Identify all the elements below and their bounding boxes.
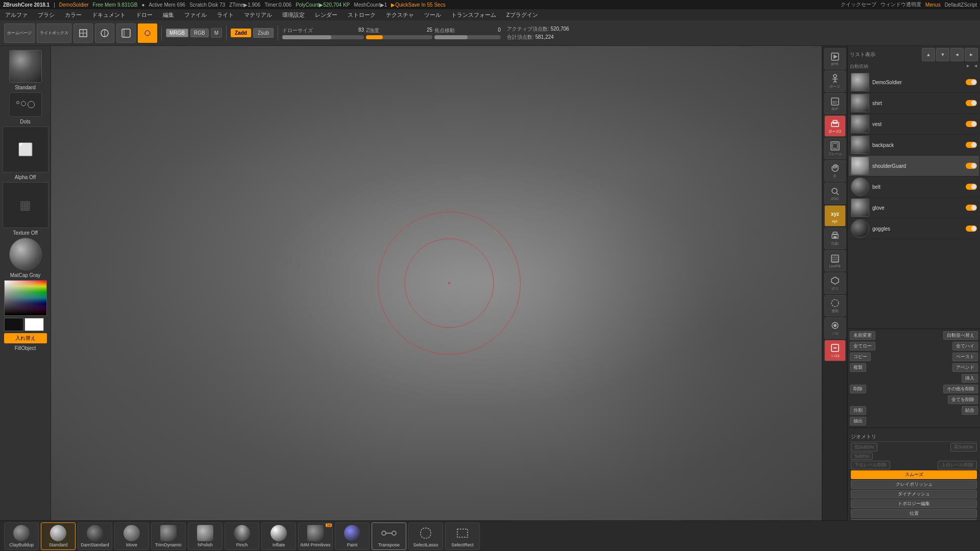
default-script[interactable]: DefaultZScript: [945, 2, 977, 8]
menu-brush[interactable]: ブラシ: [36, 10, 57, 20]
subtool-arrow-up[interactable]: ▲: [922, 48, 935, 61]
menu-draw[interactable]: ドロー: [134, 10, 155, 20]
icon-pose2[interactable]: ポーズ2: [824, 115, 846, 137]
alpha-box[interactable]: ⬜: [3, 127, 48, 172]
smooth-btn[interactable]: スムーズ: [851, 470, 977, 479]
brush-trimdynamic[interactable]: TrimDynamic: [151, 522, 186, 550]
subtool-toggle-shirt[interactable]: [966, 100, 977, 106]
menu-zplugin[interactable]: Zプラグイン: [504, 10, 540, 20]
window-label[interactable]: ウィンドウ透明度: [880, 1, 921, 8]
menu-light[interactable]: ライト: [215, 10, 236, 20]
duplicate-btn[interactable]: 複製: [850, 363, 866, 372]
subdiv-btn[interactable]: SubDiv: [851, 453, 873, 460]
lower-level-btn[interactable]: 下位レベル削除: [851, 461, 890, 469]
transform-btn-1[interactable]: [74, 23, 93, 43]
icon-hand[interactable]: 手: [824, 160, 846, 182]
viewport[interactable]: [51, 46, 847, 520]
subtool-toggle-goggles[interactable]: [966, 226, 977, 232]
merge-btn[interactable]: 結合: [962, 406, 978, 415]
dyna-btn[interactable]: ダイナメッシュ: [851, 490, 977, 498]
higher-level-btn[interactable]: 上位レベル削除: [938, 461, 977, 469]
brush-preview[interactable]: [9, 50, 42, 83]
subtool-item-shirt[interactable]: shirt: [849, 93, 979, 114]
delete-btn[interactable]: 削除: [850, 385, 866, 393]
z-intensity-track[interactable]: [366, 35, 432, 39]
swatch-black[interactable]: [4, 318, 23, 331]
menu-render[interactable]: レンダー: [313, 10, 339, 20]
insert-btn[interactable]: 挿入: [962, 374, 978, 383]
lower-subdiv-btn[interactable]: 低SubDiv: [851, 443, 877, 452]
menu-material[interactable]: マテリアル: [242, 10, 274, 20]
home-button[interactable]: ホームページ: [4, 23, 35, 43]
matcap-preview[interactable]: [9, 238, 42, 270]
subtool-item-glove[interactable]: glove: [849, 197, 979, 218]
menu-tool[interactable]: ツール: [422, 10, 443, 20]
menu-transform[interactable]: トランスフォーム: [449, 10, 498, 20]
menu-document[interactable]: ドキュメント: [90, 10, 128, 20]
focal-shift-track[interactable]: [434, 35, 501, 39]
subtool-toggle-shoulderguard[interactable]: [966, 163, 977, 169]
menu-stroke[interactable]: ストローク: [346, 10, 378, 20]
brush-paint[interactable]: Paint: [335, 522, 370, 550]
menus-label[interactable]: Menus: [925, 2, 941, 8]
topo-btn[interactable]: トポロジー編集: [851, 499, 977, 508]
extract-btn[interactable]: 抽出: [850, 417, 866, 425]
brush-move[interactable]: Move: [114, 522, 149, 550]
auto-rename-btn[interactable]: 自動並べ替え: [943, 331, 978, 340]
brush-pinch[interactable]: Pinch: [225, 522, 259, 550]
append-btn[interactable]: アペンド: [952, 363, 978, 372]
rgb-button[interactable]: RGB: [190, 29, 209, 37]
subtool-item-shoulderguard[interactable]: shoulderGuard: [849, 156, 979, 177]
icon-solo[interactable]: ソロ: [824, 317, 846, 339]
subtool-toggle-backpack[interactable]: [966, 142, 977, 148]
subtool-item-vest[interactable]: vest: [849, 114, 979, 135]
icon-poly[interactable]: ポリ: [824, 272, 846, 294]
zadd-button[interactable]: Zadd: [231, 29, 251, 37]
split-btn[interactable]: 分割: [850, 406, 866, 415]
subtool-toggle-glove[interactable]: [966, 205, 977, 211]
pos-btn[interactable]: 位置: [851, 509, 977, 518]
subtool-toggle-belt[interactable]: [966, 184, 977, 190]
color-picker[interactable]: [4, 280, 47, 316]
delete-other-btn[interactable]: その他を削除: [943, 385, 978, 393]
icon-zoom[interactable]: ZOO: [824, 183, 846, 204]
brush-selectlasso[interactable]: SelectLasso: [408, 522, 443, 550]
subtool-arrow-down[interactable]: ▼: [936, 48, 949, 61]
icon-xyz[interactable]: xyz xyz: [824, 205, 846, 227]
swatch-white[interactable]: [24, 318, 44, 331]
icon-frame[interactable]: フレーム: [824, 138, 846, 159]
subtool-toggle-vest[interactable]: [966, 121, 977, 127]
icon-linefill[interactable]: LineFill: [824, 250, 846, 271]
menu-env[interactable]: 環境設定: [280, 10, 307, 20]
menu-edit[interactable]: 編集: [161, 10, 176, 20]
clay-btn[interactable]: クレイポリッシュ: [851, 480, 977, 489]
brush-claybuild[interactable]: ClayBuildup: [4, 522, 39, 550]
icon-3dp[interactable]: 3D 3DP: [824, 93, 846, 114]
subtool-item-demosoldier[interactable]: DemoSoldier: [849, 72, 979, 93]
all-high-btn[interactable]: 全てハイ: [952, 342, 978, 350]
zsub-button[interactable]: Zsub: [253, 28, 274, 38]
brush-standard[interactable]: Standard: [41, 522, 76, 550]
dots-preview[interactable]: [9, 92, 42, 117]
m-button[interactable]: M: [211, 28, 222, 38]
mrgb-button[interactable]: MRGB: [166, 29, 188, 37]
copy-btn[interactable]: コピー: [850, 353, 871, 361]
subtool-arrow-left[interactable]: ◄: [950, 48, 964, 61]
subtool-item-goggles[interactable]: goggles: [849, 218, 979, 239]
menu-color[interactable]: カラー: [63, 10, 84, 20]
brush-selectrect[interactable]: SelectRect: [445, 522, 480, 550]
rename-btn[interactable]: 名前変更: [850, 331, 875, 340]
icon-print[interactable]: 印刷: [824, 228, 846, 249]
texture-box[interactable]: ▦: [3, 182, 48, 228]
brush-transpose[interactable]: Transpose: [372, 522, 406, 550]
paste-btn[interactable]: ペースト: [952, 353, 978, 361]
brush-damstandard[interactable]: DamStandard: [78, 522, 112, 550]
subtool-item-belt[interactable]: belt: [849, 177, 979, 197]
draw-size-track[interactable]: [282, 35, 364, 39]
subtool-toggle-demosoldier[interactable]: [966, 79, 977, 85]
menu-alpha[interactable]: アルファ: [3, 10, 30, 20]
auto-toggle[interactable]: ►◄: [966, 63, 978, 70]
icon-bpr[interactable]: BPR: [824, 48, 846, 69]
higher-subdiv-btn[interactable]: 高SubDiv: [950, 443, 977, 452]
subtool-arrow-right[interactable]: ►: [965, 48, 978, 61]
